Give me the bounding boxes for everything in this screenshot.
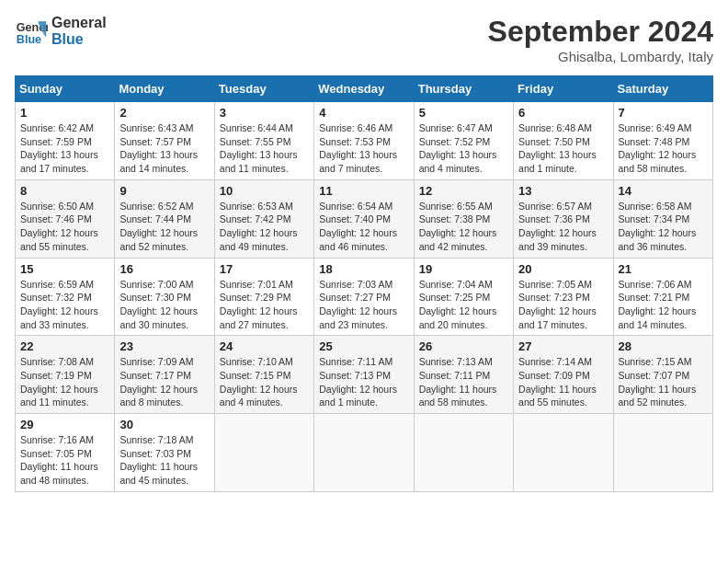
- weekday-thursday: Thursday: [414, 76, 513, 102]
- day-number: 18: [319, 262, 408, 276]
- day-info: Sunrise: 7:04 AMSunset: 7:25 PMDaylight:…: [419, 278, 508, 332]
- day-info: Sunrise: 7:09 AMSunset: 7:17 PMDaylight:…: [119, 355, 209, 409]
- location-subtitle: Ghisalba, Lombardy, Italy: [488, 49, 713, 64]
- calendar-cell: 18Sunrise: 7:03 AMSunset: 7:27 PMDayligh…: [314, 258, 414, 336]
- day-info: Sunrise: 7:06 AMSunset: 7:21 PMDaylight:…: [619, 278, 708, 332]
- day-info: Sunrise: 7:10 AMSunset: 7:15 PMDaylight:…: [220, 355, 309, 409]
- day-number: 5: [419, 106, 508, 120]
- day-info: Sunrise: 6:58 AMSunset: 7:34 PMDaylight:…: [619, 200, 708, 254]
- day-info: Sunrise: 7:14 AMSunset: 7:09 PMDaylight:…: [518, 355, 608, 409]
- calendar-week-1: 1Sunrise: 6:42 AMSunset: 7:59 PMDaylight…: [16, 102, 713, 180]
- day-number: 10: [220, 184, 309, 198]
- calendar-cell: 27Sunrise: 7:14 AMSunset: 7:09 PMDayligh…: [514, 336, 613, 414]
- day-number: 19: [419, 262, 508, 276]
- day-number: 2: [119, 106, 209, 120]
- day-info: Sunrise: 6:59 AMSunset: 7:32 PMDaylight:…: [20, 278, 109, 332]
- day-number: 23: [119, 339, 209, 353]
- day-number: 1: [20, 106, 109, 120]
- day-info: Sunrise: 7:11 AMSunset: 7:13 PMDaylight:…: [319, 355, 408, 409]
- calendar-cell: [414, 414, 513, 492]
- calendar-header: SundayMondayTuesdayWednesdayThursdayFrid…: [16, 76, 713, 102]
- day-info: Sunrise: 7:03 AMSunset: 7:27 PMDaylight:…: [319, 278, 408, 332]
- calendar-cell: 8Sunrise: 6:50 AMSunset: 7:46 PMDaylight…: [16, 179, 115, 258]
- day-number: 14: [619, 184, 708, 198]
- day-number: 21: [619, 262, 708, 276]
- day-number: 3: [220, 106, 309, 120]
- day-info: Sunrise: 7:15 AMSunset: 7:07 PMDaylight:…: [619, 355, 708, 409]
- calendar-cell: 15Sunrise: 6:59 AMSunset: 7:32 PMDayligh…: [16, 258, 115, 336]
- day-info: Sunrise: 6:57 AMSunset: 7:36 PMDaylight:…: [518, 200, 608, 254]
- calendar-cell: 1Sunrise: 6:42 AMSunset: 7:59 PMDaylight…: [16, 102, 115, 180]
- day-info: Sunrise: 7:05 AMSunset: 7:23 PMDaylight:…: [518, 278, 608, 332]
- svg-text:Blue: Blue: [17, 33, 41, 46]
- weekday-tuesday: Tuesday: [214, 76, 313, 102]
- calendar-cell: 13Sunrise: 6:57 AMSunset: 7:36 PMDayligh…: [514, 179, 613, 258]
- calendar-cell: 19Sunrise: 7:04 AMSunset: 7:25 PMDayligh…: [414, 258, 513, 336]
- day-number: 7: [619, 106, 708, 120]
- weekday-friday: Friday: [514, 76, 613, 102]
- weekday-saturday: Saturday: [613, 76, 712, 102]
- day-info: Sunrise: 6:50 AMSunset: 7:46 PMDaylight:…: [20, 200, 109, 254]
- logo: General Blue General Blue: [15, 15, 107, 49]
- day-info: Sunrise: 6:43 AMSunset: 7:57 PMDaylight:…: [119, 121, 209, 176]
- weekday-sunday: Sunday: [16, 76, 115, 102]
- day-number: 16: [119, 262, 209, 276]
- day-number: 17: [220, 262, 309, 276]
- day-info: Sunrise: 6:46 AMSunset: 7:53 PMDaylight:…: [319, 121, 408, 176]
- calendar-cell: 22Sunrise: 7:08 AMSunset: 7:19 PMDayligh…: [16, 336, 115, 414]
- day-info: Sunrise: 6:55 AMSunset: 7:38 PMDaylight:…: [419, 200, 508, 254]
- calendar-cell: 4Sunrise: 6:46 AMSunset: 7:53 PMDaylight…: [314, 102, 414, 180]
- page-header: General Blue General Blue September 2024…: [15, 15, 713, 64]
- day-number: 29: [20, 418, 109, 431]
- calendar-table: SundayMondayTuesdayWednesdayThursdayFrid…: [15, 75, 713, 492]
- day-info: Sunrise: 6:48 AMSunset: 7:50 PMDaylight:…: [518, 121, 608, 176]
- logo-text-general: General: [51, 15, 107, 31]
- day-number: 27: [518, 339, 608, 353]
- day-number: 22: [20, 339, 109, 353]
- calendar-cell: 12Sunrise: 6:55 AMSunset: 7:38 PMDayligh…: [414, 179, 513, 258]
- day-number: 6: [518, 106, 608, 120]
- calendar-cell: 6Sunrise: 6:48 AMSunset: 7:50 PMDaylight…: [514, 102, 613, 180]
- day-number: 9: [119, 184, 209, 198]
- weekday-header-row: SundayMondayTuesdayWednesdayThursdayFrid…: [16, 76, 713, 102]
- day-info: Sunrise: 6:54 AMSunset: 7:40 PMDaylight:…: [319, 200, 408, 254]
- month-title: September 2024: [488, 15, 713, 49]
- day-number: 13: [518, 184, 608, 198]
- calendar-cell: 20Sunrise: 7:05 AMSunset: 7:23 PMDayligh…: [514, 258, 613, 336]
- day-number: 15: [20, 262, 109, 276]
- weekday-wednesday: Wednesday: [314, 76, 414, 102]
- day-number: 4: [319, 106, 408, 120]
- weekday-monday: Monday: [115, 76, 214, 102]
- calendar-cell: 29Sunrise: 7:16 AMSunset: 7:05 PMDayligh…: [16, 414, 115, 492]
- day-info: Sunrise: 7:00 AMSunset: 7:30 PMDaylight:…: [119, 278, 209, 332]
- day-info: Sunrise: 6:53 AMSunset: 7:42 PMDaylight:…: [220, 200, 309, 254]
- day-number: 12: [419, 184, 508, 198]
- calendar-cell: [314, 414, 414, 492]
- calendar-cell: 24Sunrise: 7:10 AMSunset: 7:15 PMDayligh…: [214, 336, 313, 414]
- calendar-cell: 28Sunrise: 7:15 AMSunset: 7:07 PMDayligh…: [613, 336, 712, 414]
- day-info: Sunrise: 6:42 AMSunset: 7:59 PMDaylight:…: [20, 121, 109, 176]
- title-block: September 2024 Ghisalba, Lombardy, Italy: [488, 15, 713, 64]
- calendar-week-2: 8Sunrise: 6:50 AMSunset: 7:46 PMDaylight…: [16, 179, 713, 258]
- day-info: Sunrise: 7:18 AMSunset: 7:03 PMDaylight:…: [119, 433, 209, 488]
- calendar-cell: 25Sunrise: 7:11 AMSunset: 7:13 PMDayligh…: [314, 336, 414, 414]
- day-info: Sunrise: 6:47 AMSunset: 7:52 PMDaylight:…: [419, 121, 508, 176]
- calendar-cell: 16Sunrise: 7:00 AMSunset: 7:30 PMDayligh…: [115, 258, 214, 336]
- day-info: Sunrise: 6:52 AMSunset: 7:44 PMDaylight:…: [119, 200, 209, 254]
- logo-icon: General Blue: [15, 15, 48, 48]
- calendar-week-3: 15Sunrise: 6:59 AMSunset: 7:32 PMDayligh…: [16, 258, 713, 336]
- day-number: 28: [619, 339, 708, 353]
- calendar-cell: [514, 414, 613, 492]
- day-info: Sunrise: 6:44 AMSunset: 7:55 PMDaylight:…: [220, 121, 309, 176]
- calendar-cell: [613, 414, 712, 492]
- calendar-week-5: 29Sunrise: 7:16 AMSunset: 7:05 PMDayligh…: [16, 414, 713, 492]
- calendar-body: 1Sunrise: 6:42 AMSunset: 7:59 PMDaylight…: [16, 102, 713, 492]
- day-info: Sunrise: 7:16 AMSunset: 7:05 PMDaylight:…: [20, 433, 109, 488]
- day-number: 20: [518, 262, 608, 276]
- day-number: 11: [319, 184, 408, 198]
- calendar-cell: 26Sunrise: 7:13 AMSunset: 7:11 PMDayligh…: [414, 336, 513, 414]
- calendar-cell: 14Sunrise: 6:58 AMSunset: 7:34 PMDayligh…: [613, 179, 712, 258]
- day-number: 8: [20, 184, 109, 198]
- calendar-cell: 5Sunrise: 6:47 AMSunset: 7:52 PMDaylight…: [414, 102, 513, 180]
- calendar-cell: 3Sunrise: 6:44 AMSunset: 7:55 PMDaylight…: [214, 102, 313, 180]
